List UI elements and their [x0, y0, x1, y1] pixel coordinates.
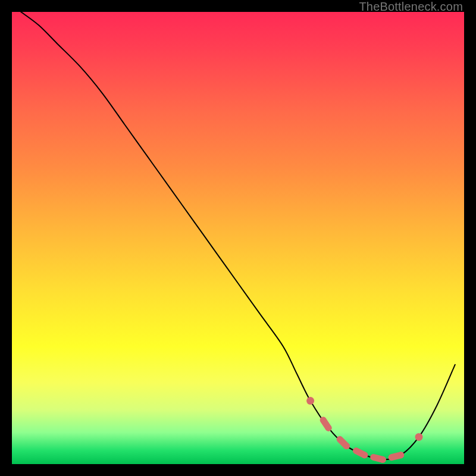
- highlight-end-dot: [415, 433, 423, 441]
- bottleneck-curve: [21, 12, 455, 459]
- highlight-dot: [397, 452, 404, 458]
- highlight-dot: [361, 452, 368, 458]
- optimal-range-markers: [306, 397, 422, 463]
- highlight-dot: [325, 425, 332, 431]
- highlight-dot: [343, 443, 350, 449]
- highlight-dot: [380, 456, 386, 463]
- chart-frame: TheBottleneck.com: [0, 0, 476, 476]
- curve-svg: [12, 12, 464, 464]
- plot-area: [12, 12, 464, 464]
- highlight-end-dot: [306, 397, 314, 405]
